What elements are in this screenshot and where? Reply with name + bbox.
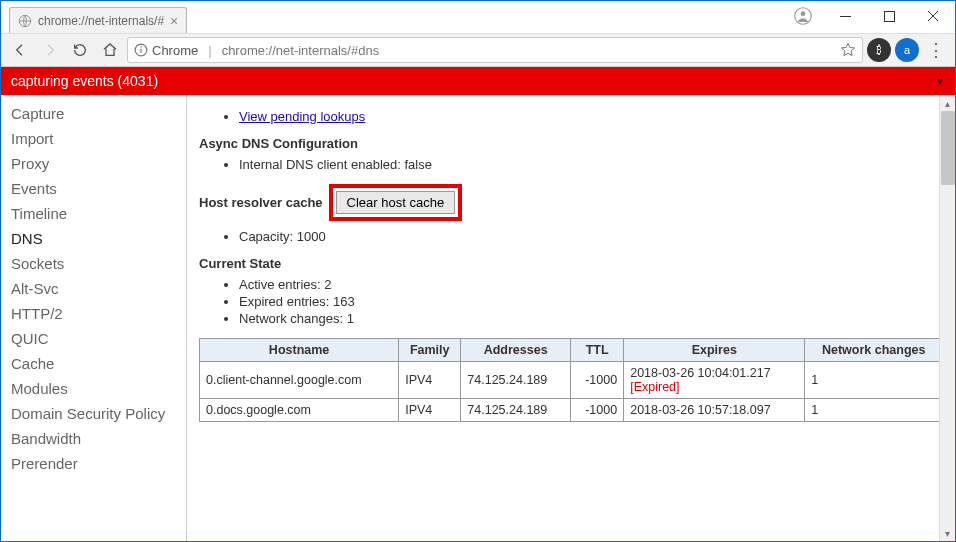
scroll-down-icon[interactable]: ▾: [940, 525, 955, 541]
table-cell: 74.125.24.189: [461, 362, 571, 399]
svg-point-2: [801, 11, 806, 16]
toolbar: Chrome | chrome://net-internals/#dns ₿ a…: [1, 33, 955, 67]
sidebar-item-timeline[interactable]: Timeline: [1, 201, 186, 226]
table-cell: 0.docs.google.com: [200, 399, 399, 422]
sidebar-item-proxy[interactable]: Proxy: [1, 151, 186, 176]
origin-label: Chrome: [152, 43, 198, 58]
window-controls: [783, 1, 955, 31]
separator: |: [204, 43, 215, 58]
state-item: Network changes: 1: [239, 311, 943, 326]
highlight-box: Clear host cache: [329, 184, 463, 221]
reload-button[interactable]: [67, 37, 93, 63]
capture-status-text: capturing events (4031): [11, 73, 158, 89]
sidebar-item-bandwidth[interactable]: Bandwidth: [1, 426, 186, 451]
sidebar-item-capture[interactable]: Capture: [1, 101, 186, 126]
chrome-menu-button[interactable]: ⋮: [923, 39, 949, 61]
state-item: Expired entries: 163: [239, 294, 943, 309]
table-cell: 2018-03-26 10:57:18.097: [624, 399, 805, 422]
sidebar-item-modules[interactable]: Modules: [1, 376, 186, 401]
close-window-button[interactable]: [911, 1, 955, 31]
close-icon[interactable]: ×: [170, 14, 178, 28]
globe-icon: [18, 14, 32, 28]
svg-point-8: [140, 46, 142, 48]
table-cell: 2018-03-26 10:04:01.217[Expired]: [624, 362, 805, 399]
sidebar-item-domain-security-policy[interactable]: Domain Security Policy: [1, 401, 186, 426]
table-cell: 0.client-channel.google.com: [200, 362, 399, 399]
table-header: Network changes: [805, 339, 943, 362]
table-header: Addresses: [461, 339, 571, 362]
table-cell: IPV4: [399, 362, 461, 399]
table-header: Hostname: [200, 339, 399, 362]
view-pending-lookups-link[interactable]: View pending lookups: [239, 109, 365, 124]
table-header: Expires: [624, 339, 805, 362]
origin-chip: Chrome: [134, 43, 198, 58]
async-dns-heading: Async DNS Configuration: [199, 136, 943, 151]
table-cell: -1000: [571, 399, 624, 422]
table-cell: 1: [805, 362, 943, 399]
capture-status-bar[interactable]: capturing events (4031) ▼: [1, 67, 955, 95]
maximize-button[interactable]: [867, 1, 911, 31]
back-button[interactable]: [7, 37, 33, 63]
info-icon: [134, 43, 148, 57]
sidebar-nav: CaptureImportProxyEventsTimelineDNSSocke…: [1, 95, 187, 541]
svg-rect-9: [140, 49, 141, 53]
scrollbar-thumb[interactable]: [941, 111, 955, 185]
home-button[interactable]: [97, 37, 123, 63]
sidebar-item-cache[interactable]: Cache: [1, 351, 186, 376]
current-state-heading: Current State: [199, 256, 943, 271]
address-bar[interactable]: Chrome | chrome://net-internals/#dns: [127, 37, 863, 63]
sidebar-item-http-2[interactable]: HTTP/2: [1, 301, 186, 326]
host-resolver-table: HostnameFamilyAddressesTTLExpiresNetwork…: [199, 338, 943, 422]
tab-strip: chrome://net-internals/# ×: [1, 1, 783, 33]
async-dns-item: Internal DNS client enabled: false: [239, 157, 943, 172]
sidebar-item-events[interactable]: Events: [1, 176, 186, 201]
state-item: Active entries: 2: [239, 277, 943, 292]
sidebar-item-prerender[interactable]: Prerender: [1, 451, 186, 476]
capacity-item: Capacity: 1000: [239, 229, 943, 244]
extension-icon-2[interactable]: a: [895, 38, 919, 62]
vertical-scrollbar[interactable]: ▴ ▾: [939, 95, 955, 541]
table-row: 0.client-channel.google.comIPV474.125.24…: [200, 362, 943, 399]
main-content: View pending lookups Async DNS Configura…: [187, 95, 955, 541]
sidebar-item-dns[interactable]: DNS: [1, 226, 186, 251]
url-text: chrome://net-internals/#dns: [222, 43, 380, 58]
tab-title: chrome://net-internals/#: [38, 14, 164, 28]
host-resolver-label: Host resolver cache: [199, 195, 323, 210]
sidebar-item-quic[interactable]: QUIC: [1, 326, 186, 351]
bookmark-star-icon[interactable]: [840, 42, 856, 58]
dropdown-arrow-icon: ▼: [935, 76, 945, 87]
browser-tab[interactable]: chrome://net-internals/# ×: [9, 7, 187, 33]
table-cell: IPV4: [399, 399, 461, 422]
table-header: TTL: [571, 339, 624, 362]
scroll-up-icon[interactable]: ▴: [940, 95, 955, 111]
sidebar-item-alt-svc[interactable]: Alt-Svc: [1, 276, 186, 301]
profile-icon[interactable]: [783, 7, 823, 25]
table-row: 0.docs.google.comIPV474.125.24.189-10002…: [200, 399, 943, 422]
table-cell: -1000: [571, 362, 624, 399]
svg-rect-4: [884, 11, 894, 21]
sidebar-item-import[interactable]: Import: [1, 126, 186, 151]
minimize-button[interactable]: [823, 1, 867, 31]
table-cell: 1: [805, 399, 943, 422]
forward-button[interactable]: [37, 37, 63, 63]
titlebar: chrome://net-internals/# ×: [1, 1, 955, 33]
table-cell: 74.125.24.189: [461, 399, 571, 422]
extension-icon-1[interactable]: ₿: [867, 38, 891, 62]
sidebar-item-sockets[interactable]: Sockets: [1, 251, 186, 276]
clear-host-cache-button[interactable]: Clear host cache: [336, 191, 456, 214]
expired-tag: [Expired]: [630, 380, 679, 394]
table-header: Family: [399, 339, 461, 362]
